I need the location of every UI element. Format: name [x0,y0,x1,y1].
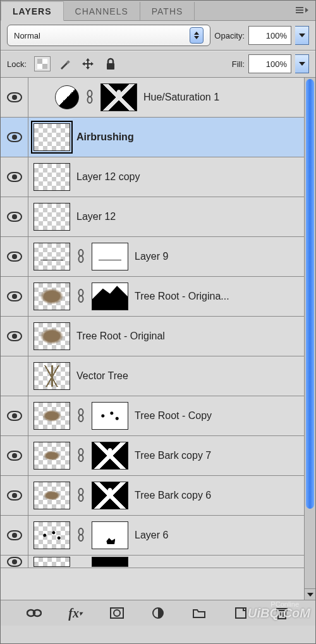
layer-thumb[interactable] [33,322,70,350]
tab-layers[interactable]: LAYERS [1,1,64,21]
eye-icon [7,132,22,142]
svg-point-14 [79,449,83,455]
layer-name[interactable]: Tree Bark copy 7 [135,450,215,461]
blend-row: Normal Opacity: 100% [1,21,315,50]
visibility-toggle[interactable] [1,157,28,197]
fill-input[interactable]: 100% [248,54,291,73]
layer-row[interactable]: Airbrushing [1,118,304,157]
lock-transparency-button[interactable] [34,56,51,71]
layer-thumb[interactable] [33,123,70,151]
opacity-dropdown-button[interactable] [295,26,309,45]
visibility-toggle[interactable] [1,237,28,276]
layer-mask-thumb[interactable] [92,402,128,430]
layer-row[interactable]: Layer 6 [1,516,304,556]
layer-mask-thumb[interactable] [92,442,128,470]
layer-name[interactable]: Vector Tree [76,370,132,382]
layer-row[interactable]: Vector Tree [1,356,304,396]
layer-name[interactable]: Layer 12 [76,211,119,222]
new-adjustment-button[interactable] [148,604,168,622]
layer-name[interactable]: Layer 6 [135,530,172,541]
layer-thumb[interactable] [33,557,70,567]
add-mask-button[interactable] [107,604,127,622]
layer-row[interactable]: Tree Bark copy 7 [1,436,304,476]
scroll-down-button[interactable] [305,588,315,600]
new-group-button[interactable] [189,604,209,622]
layer-row[interactable]: Tree Bark copy 6 [1,476,304,516]
folder-icon [192,607,206,619]
svg-point-23 [114,610,120,616]
visibility-toggle[interactable] [1,396,28,435]
layer-row[interactable]: Layer 12 [1,197,304,237]
layer-name[interactable]: Hue/Saturation 1 [143,92,223,103]
svg-rect-26 [278,611,286,619]
layer-thumb[interactable] [33,442,70,470]
visibility-toggle[interactable] [1,436,28,475]
visibility-toggle[interactable] [1,277,28,316]
layer-thumb[interactable] [33,482,70,509]
link-icon [76,289,85,305]
blend-mode-select[interactable]: Normal [7,25,210,46]
layer-name[interactable]: Layer 12 copy [76,171,144,183]
tab-paths[interactable]: PATHS [140,2,195,20]
layer-mask-thumb[interactable] [100,83,137,111]
layer-content: Airbrushing [28,118,304,157]
panel-menu-button[interactable] [295,6,309,15]
visibility-toggle[interactable] [1,476,28,515]
fill-dropdown-button[interactable] [295,54,309,73]
svg-rect-27 [277,609,287,611]
layer-row[interactable]: Tree Root - Copy [1,396,304,436]
layer-row[interactable]: Tree Root - Origina... [1,277,304,317]
link-layers-button[interactable] [24,604,44,622]
delete-layer-button[interactable] [272,604,292,622]
link-icon [76,528,85,544]
layer-thumb[interactable] [33,402,70,430]
svg-point-11 [79,296,83,302]
layer-list: Hue/Saturation 1 Airbrushing Layer 12 co… [1,77,315,600]
layer-thumb[interactable] [33,521,70,549]
scrollbar[interactable] [304,78,315,600]
layer-name[interactable]: Tree Root - Copy [135,410,216,422]
layer-thumb[interactable] [33,243,70,270]
layer-mask-thumb[interactable] [92,283,128,310]
layer-row[interactable]: Tree Root - Original [1,317,304,356]
visibility-toggle[interactable] [1,317,28,356]
lock-pixels-button[interactable] [57,56,73,71]
move-icon [82,58,94,70]
layer-mask-thumb[interactable] [92,521,128,549]
layer-thumb[interactable] [33,283,70,310]
new-layer-icon [234,607,247,619]
visibility-toggle[interactable] [1,556,28,568]
visibility-toggle[interactable] [1,516,28,555]
layer-name[interactable]: Layer 9 [135,251,172,262]
layer-row[interactable]: Hue/Saturation 1 [1,78,304,118]
lock-all-button[interactable] [102,56,119,71]
layer-mask-thumb[interactable] [92,557,128,567]
layer-mask-thumb[interactable] [92,482,128,509]
eye-icon [7,411,22,421]
layer-mask-thumb[interactable] [92,243,128,270]
lock-position-button[interactable] [80,56,96,71]
visibility-toggle[interactable] [1,78,28,117]
visibility-toggle[interactable] [1,197,28,236]
layer-thumb[interactable] [33,163,70,191]
layer-name[interactable]: Tree Root - Original [76,331,169,342]
eye-icon [7,451,22,461]
layer-row[interactable] [1,556,304,568]
eye-icon [7,172,22,182]
layer-name[interactable]: Airbrushing [76,131,138,143]
visibility-toggle[interactable] [1,118,28,157]
layer-content: Vector Tree [28,356,304,396]
tab-channels[interactable]: CHANNELS [64,2,140,20]
layer-row[interactable]: Layer 9 [1,237,304,277]
layer-thumb[interactable] [33,362,70,390]
new-layer-button[interactable] [231,604,251,622]
scroll-thumb[interactable] [306,79,314,509]
layer-row[interactable]: Layer 12 copy [1,157,304,197]
layer-thumb[interactable] [33,203,70,231]
layer-name[interactable]: Tree Root - Origina... [135,291,233,302]
layer-style-button[interactable]: fx▾ [65,604,85,622]
visibility-toggle[interactable] [1,356,28,396]
layer-content: Hue/Saturation 1 [28,78,304,117]
layer-name[interactable]: Tree Bark copy 6 [135,490,215,501]
opacity-input[interactable]: 100% [248,26,291,45]
